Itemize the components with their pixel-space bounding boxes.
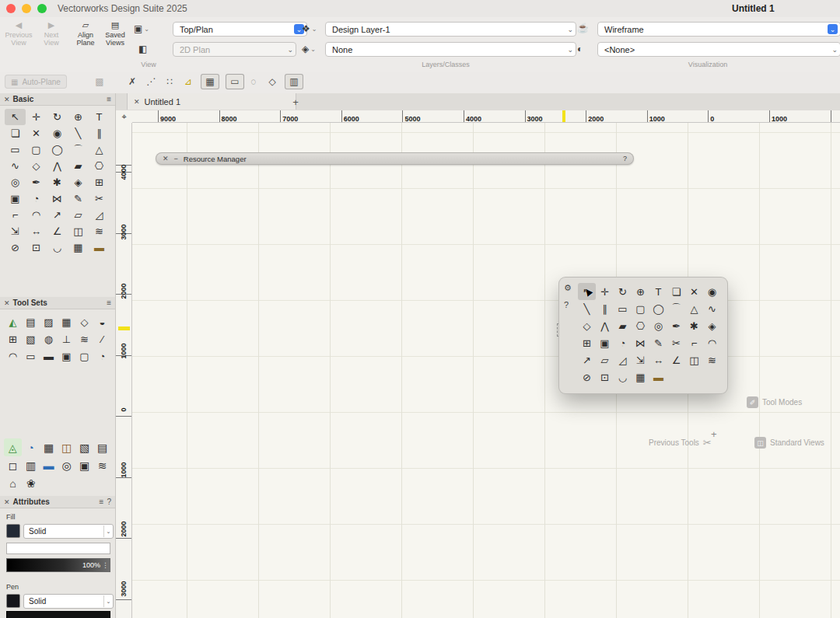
toolset-curve-icon[interactable]: ◠ (4, 347, 22, 365)
select-similar-tool[interactable]: ◈ (68, 174, 89, 190)
favorite-round-icon[interactable]: ◎ (58, 456, 75, 474)
grid-tool[interactable]: ▦ (68, 239, 89, 256)
snap-to-angle-icon[interactable]: ∷ (160, 74, 179, 89)
auto-plane-button[interactable]: ▦ Auto-Plane (5, 75, 67, 89)
toolset-walls-icon[interactable]: ▤ (22, 313, 40, 330)
delete-tool[interactable]: ✕ (685, 283, 703, 300)
delete-tool[interactable]: ✕ (26, 125, 47, 141)
class-dropdown[interactable]: None ⌄ (325, 42, 576, 57)
hexagon-tool[interactable]: ⎔ (89, 158, 110, 174)
help-icon[interactable]: ? (107, 498, 111, 506)
zoom-tool[interactable]: ⊕ (632, 283, 649, 300)
section-tool[interactable]: ⊘ (578, 368, 596, 386)
double-line-tool[interactable]: ∥ (596, 300, 614, 317)
view-bar-options-button[interactable]: ▣ ⌄ (134, 23, 149, 34)
favorite-site-model-icon[interactable]: ◬ (4, 438, 22, 456)
shear-tool[interactable]: ▱ (68, 207, 89, 223)
interactive-scaling-button[interactable]: ▥ (285, 74, 303, 89)
attribute-mapping-tool[interactable]: ✎ (649, 334, 667, 351)
opacity-slider[interactable]: 100% ⋮ (6, 558, 110, 572)
background-render-button[interactable]: ◐ (577, 44, 583, 54)
line-tool[interactable]: ╲ (578, 300, 596, 317)
chamfer-tool[interactable]: ◠ (703, 334, 721, 351)
spiral-tool[interactable]: ◎ (5, 174, 26, 190)
spiral-tool[interactable]: ◎ (649, 317, 667, 334)
gear-icon[interactable]: ⚙ (564, 283, 572, 293)
shear-tool[interactable]: ▱ (596, 351, 614, 368)
previous-view-button[interactable]: ◀ Previous View (3, 20, 34, 47)
toolset-stairs-icon[interactable]: ≋ (75, 330, 93, 347)
toolset-landscape-icon[interactable]: ◭ (4, 313, 22, 330)
double-line-tool[interactable]: ∥ (89, 125, 110, 141)
plan-mode-dropdown[interactable]: 2D Plan ⌄ (173, 42, 296, 57)
visibility-tool[interactable]: ◉ (703, 283, 721, 300)
menu-icon[interactable]: ≡ (107, 95, 111, 103)
rectangle-marquee-icon[interactable]: ▭ (226, 74, 244, 89)
frame-tool[interactable]: ◫ (685, 351, 703, 368)
protractor-tool[interactable]: ◡ (47, 239, 68, 256)
hexagon-tool[interactable]: ⎔ (632, 317, 649, 334)
eyedropper-tool[interactable]: ✒ (667, 317, 685, 334)
protractor-tool[interactable]: ◡ (614, 368, 632, 386)
point-tool[interactable]: ⊡ (596, 368, 614, 386)
pan-tool[interactable]: ✛ (26, 109, 47, 125)
fill-attribute-swatch[interactable] (6, 524, 20, 538)
favorite-column-icon[interactable]: ◻ (4, 456, 22, 474)
resource-manager-bar[interactable]: ✕ − Resource Manager ? (156, 152, 634, 165)
toolset-hatch-icon[interactable]: ▧ (22, 330, 40, 347)
help-icon[interactable]: ? (564, 300, 572, 309)
arc-tool[interactable]: ⌒ (667, 300, 685, 317)
text-tool[interactable]: T (649, 283, 667, 300)
reshape-tool[interactable]: ⇲ (5, 223, 26, 239)
align-plane-button[interactable]: ▱ Align Plane (70, 20, 101, 47)
toolset-round-icon[interactable]: ◍ (40, 330, 58, 347)
pen-style-dropdown[interactable]: Solid ⌄ (23, 594, 114, 609)
stake-tool[interactable]: ✱ (685, 317, 703, 334)
design-layer-dropdown[interactable]: Design Layer-1 ⌄ (325, 22, 576, 37)
regular-polygon-tool[interactable]: △ (685, 300, 703, 317)
pen-color-bar[interactable] (6, 611, 110, 618)
visibility-tool[interactable]: ◉ (47, 125, 68, 141)
next-view-button[interactable]: ▶ Next View (36, 20, 67, 47)
flyover-tool[interactable]: ↻ (614, 283, 632, 300)
freehand-tool[interactable]: ∿ (5, 158, 26, 174)
lasso-marquee-icon[interactable]: ◌ (244, 74, 263, 89)
flyover-tool[interactable]: ↻ (47, 109, 68, 125)
mirror-tool[interactable]: ⋈ (47, 190, 68, 207)
regular-polygon-tool[interactable]: △ (89, 141, 110, 158)
trim-tool[interactable]: ✂ (667, 334, 685, 351)
favorite-floor-icon[interactable]: ▥ (22, 456, 40, 474)
menu-icon[interactable]: ≡ (107, 299, 111, 307)
toolset-slabs-icon[interactable]: ▦ (58, 313, 75, 330)
favorite-plant-icon[interactable]: ❀ (22, 474, 40, 492)
close-tab-icon[interactable]: ✕ (134, 98, 140, 106)
chamfer-tool[interactable]: ◠ (26, 207, 47, 223)
surface-tool[interactable]: ▰ (614, 317, 632, 334)
trim-tool[interactable]: ✂ (89, 190, 110, 207)
smart-points-button[interactable]: ▦ (201, 74, 219, 89)
fill-color-bar[interactable] (6, 543, 110, 554)
reshape-tool[interactable]: ⇲ (632, 351, 649, 368)
fillet-tool[interactable]: ⌐ (5, 207, 26, 223)
line-tool[interactable]: ╲ (68, 125, 89, 141)
document-tab[interactable]: ✕ Untitled 1 (127, 93, 296, 110)
close-icon[interactable]: ✕ (4, 96, 10, 103)
render-settings-button[interactable]: ◧ (138, 44, 147, 54)
favorite-panel-icon[interactable]: ▣ (75, 456, 93, 474)
render-mode-button[interactable]: ☕ (577, 23, 589, 33)
favorite-hatch-icon[interactable]: ▧ (75, 438, 93, 456)
toolset-windows-icon[interactable]: ⊞ (4, 330, 22, 347)
symbol-insertion-tool[interactable]: ⊞ (89, 174, 110, 190)
toolset-ramp-icon[interactable]: ∕ (93, 330, 111, 347)
grid-tool[interactable]: ▦ (632, 368, 649, 386)
toolset-beam-icon[interactable]: ▭ (22, 347, 40, 365)
layer-options-button[interactable]: ❖ ⌄ (302, 23, 317, 34)
favorite-ruler-icon[interactable]: ▬ (40, 456, 58, 474)
polygon-tool[interactable]: ◇ (26, 158, 47, 174)
working-plane-button[interactable]: ▩ (90, 74, 109, 89)
split-tool[interactable]: ◿ (89, 207, 110, 223)
section-tool[interactable]: ⊘ (5, 239, 26, 256)
polygon-tool[interactable]: ◇ (578, 317, 596, 334)
oval-tool[interactable]: ◯ (47, 141, 68, 158)
select-similar-tool[interactable]: ◈ (703, 317, 721, 334)
